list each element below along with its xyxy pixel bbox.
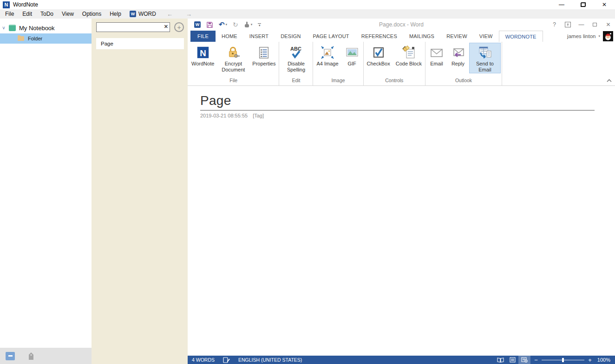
note-icon[interactable] bbox=[6, 352, 15, 360]
close-button[interactable]: ✕ bbox=[594, 0, 615, 9]
customize-qat-button[interactable]: ▾ bbox=[258, 23, 261, 26]
properties-button[interactable]: Properties bbox=[250, 43, 278, 67]
zoom-in-button[interactable]: + bbox=[584, 357, 595, 364]
search-input[interactable] bbox=[96, 22, 170, 32]
gif-button[interactable]: GIF bbox=[342, 43, 362, 67]
web-layout-button[interactable] bbox=[518, 356, 530, 364]
print-layout-button[interactable] bbox=[506, 356, 518, 364]
zoom-out-button[interactable]: − bbox=[530, 357, 542, 364]
code-block-button[interactable]: Code Block bbox=[393, 43, 424, 67]
ribbon-group-file: N WordNote bbox=[188, 42, 279, 85]
chevron-up-icon bbox=[607, 79, 612, 82]
folder-icon bbox=[18, 36, 24, 41]
send-to-email-icon bbox=[477, 44, 493, 61]
help-button[interactable]: ? bbox=[548, 19, 561, 31]
nav-back-button[interactable]: ← bbox=[160, 11, 179, 18]
list-item-page[interactable]: Page bbox=[96, 38, 184, 49]
account-caret-icon: ▾ bbox=[598, 34, 600, 38]
menu-options[interactable]: Options bbox=[78, 9, 105, 19]
save-icon bbox=[206, 21, 213, 28]
nav-forward-button[interactable]: → bbox=[179, 11, 198, 18]
group-label-file: File bbox=[189, 78, 278, 85]
tab-page-layout[interactable]: PAGE LAYOUT bbox=[307, 31, 355, 42]
ribbon: N WordNote bbox=[188, 42, 615, 86]
gif-icon bbox=[344, 44, 360, 61]
save-button[interactable] bbox=[204, 21, 215, 28]
zoom-slider[interactable] bbox=[542, 358, 584, 362]
wordnote-button[interactable]: N WordNote bbox=[189, 43, 216, 67]
sidebar-item-folder[interactable]: Folder bbox=[0, 33, 92, 44]
word-window: Page.docx - Word W ↶ ▾ ↻ bbox=[188, 19, 615, 364]
tab-view[interactable]: VIEW bbox=[473, 31, 499, 42]
word-minimize-button[interactable]: — bbox=[575, 19, 588, 31]
spelling-icon: ABC bbox=[288, 44, 304, 61]
menu-word[interactable]: W WORD bbox=[125, 11, 160, 17]
word-app-icon: W bbox=[192, 21, 203, 28]
undo-button[interactable]: ↶ ▾ bbox=[217, 20, 229, 29]
tab-review[interactable]: REVIEW bbox=[440, 31, 473, 42]
page-list: Page bbox=[96, 38, 184, 49]
checkbox-button[interactable]: CheckBox bbox=[365, 43, 393, 67]
language-status[interactable]: ENGLISH (UNITED STATES) bbox=[234, 356, 306, 364]
code-block-icon bbox=[401, 44, 417, 61]
redo-button[interactable]: ↻ bbox=[231, 21, 240, 28]
menu-word-label: WORD bbox=[138, 11, 156, 17]
encrypt-document-button[interactable]: Encrypt Document bbox=[217, 43, 249, 73]
minimize-button[interactable]: — bbox=[551, 0, 572, 9]
ribbon-tab-row: FILE HOME INSERT DESIGN PAGE LAYOUT REFE… bbox=[188, 31, 615, 42]
tab-wordnote[interactable]: WORDNOTE bbox=[499, 31, 543, 42]
wordnote-icon: N bbox=[195, 44, 211, 61]
user-name: james linton bbox=[567, 33, 595, 39]
sidebar-item-my-notebook[interactable]: ˅ My Notebook bbox=[0, 22, 92, 33]
disable-spelling-button[interactable]: ABC Disable Spelling bbox=[280, 43, 312, 73]
menu-todo[interactable]: ToDo bbox=[36, 9, 58, 19]
restore-button[interactable] bbox=[572, 0, 594, 9]
group-label-edit: Edit bbox=[280, 78, 312, 85]
document-canvas[interactable]: Page 2019-03-21 08:55:55[Tag] bbox=[188, 86, 615, 356]
zoom-level[interactable]: 100% bbox=[595, 357, 615, 363]
page-tag[interactable]: [Tag] bbox=[253, 113, 264, 118]
word-maximize-button[interactable] bbox=[588, 19, 602, 31]
tab-insert[interactable]: INSERT bbox=[243, 31, 275, 42]
tab-home[interactable]: HOME bbox=[216, 31, 243, 42]
reply-button[interactable]: Reply bbox=[448, 43, 468, 67]
group-label-image: Image bbox=[314, 78, 362, 85]
zoom-slider-thumb[interactable] bbox=[562, 358, 564, 362]
proofing-status[interactable] bbox=[219, 356, 234, 364]
tab-design[interactable]: DESIGN bbox=[275, 31, 307, 42]
menu-edit[interactable]: Edit bbox=[18, 9, 36, 19]
app-icon: N bbox=[3, 1, 10, 8]
undo-icon: ↶ bbox=[219, 20, 225, 29]
a4-image-icon bbox=[320, 44, 335, 61]
menu-help[interactable]: Help bbox=[105, 9, 125, 19]
tab-mailings[interactable]: MAILINGS bbox=[403, 31, 440, 42]
ribbon-group-outlook: Email Reply bbox=[425, 42, 502, 85]
notebook-label: My Notebook bbox=[19, 25, 55, 32]
add-page-button[interactable]: + bbox=[174, 22, 184, 32]
touch-mode-button[interactable]: ▾ bbox=[242, 21, 255, 28]
collapse-ribbon-button[interactable] bbox=[607, 76, 612, 84]
page-title[interactable]: Page bbox=[200, 94, 615, 108]
restore-icon bbox=[581, 2, 586, 7]
word-count[interactable]: 4 WORDS bbox=[188, 356, 219, 364]
svg-text:ABC: ABC bbox=[291, 46, 302, 52]
read-mode-button[interactable] bbox=[494, 356, 506, 364]
tag-icon[interactable] bbox=[27, 351, 35, 361]
reply-icon bbox=[450, 44, 466, 61]
account-menu[interactable]: james linton ▾ bbox=[567, 31, 615, 42]
tab-file[interactable]: FILE bbox=[190, 31, 216, 42]
avatar[interactable] bbox=[603, 31, 613, 41]
ribbon-display-options-button[interactable] bbox=[561, 19, 575, 31]
tab-references[interactable]: REFERENCES bbox=[355, 31, 403, 42]
email-button[interactable]: Email bbox=[426, 43, 447, 67]
clear-search-icon[interactable]: ✕ bbox=[164, 24, 168, 30]
ribbon-group-edit: ABC Disable Spelling Edit bbox=[279, 42, 313, 85]
menu-view[interactable]: View bbox=[58, 9, 78, 19]
ribbon-group-image: A4 Image GIF Image bbox=[313, 42, 363, 85]
chevron-down-icon[interactable]: ˅ bbox=[2, 26, 8, 31]
a4-image-button[interactable]: A4 Image bbox=[314, 43, 340, 67]
svg-text:N: N bbox=[200, 48, 206, 58]
menu-file[interactable]: File bbox=[1, 9, 18, 19]
send-to-email-button[interactable]: Send to Email bbox=[469, 43, 501, 73]
word-close-button[interactable]: ✕ bbox=[602, 19, 615, 31]
